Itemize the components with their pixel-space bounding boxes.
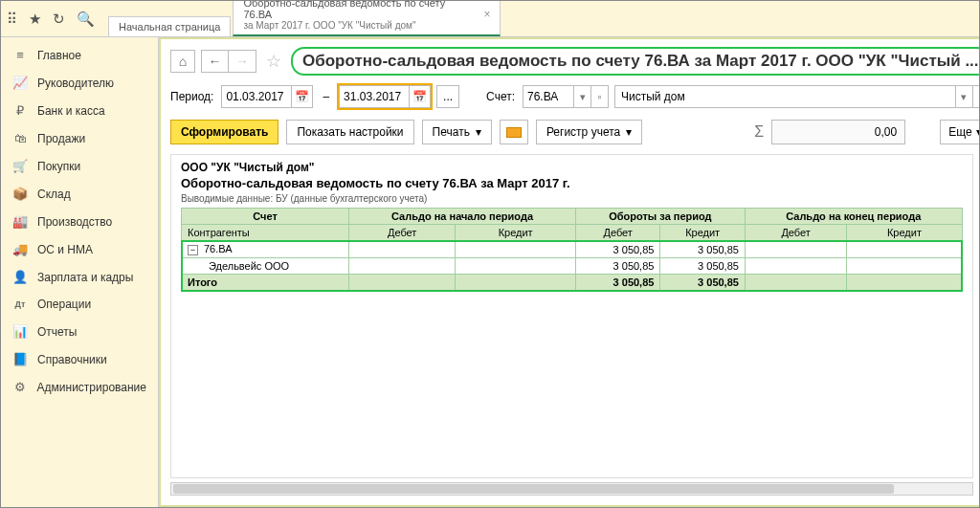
sidebar-item-salary[interactable]: 👤Зарплата и кадры: [1, 263, 158, 291]
person-icon: 👤: [12, 270, 28, 284]
book-icon: 📘: [12, 352, 28, 366]
sidebar-item-purchases[interactable]: 🛒Покупки: [1, 152, 158, 180]
sidebar-item-label: Продажи: [37, 132, 85, 145]
sidebar-item-production[interactable]: 🏭Производство: [1, 208, 158, 235]
title-bar: ⌂ ← → ☆ Оборотно-сальдовая ведомость по …: [161, 39, 980, 79]
chart-icon: 📈: [12, 76, 28, 90]
col-group-turn: Обороты за период: [575, 209, 745, 225]
period-label: Период:: [170, 90, 213, 103]
organization-input[interactable]: [615, 86, 955, 107]
apps-icon[interactable]: ⠿: [7, 11, 17, 28]
content-pane: ⌂ ← → ☆ Оборотно-сальдовая ведомость по …: [159, 37, 980, 507]
cell-label: Эдельвейс ООО: [209, 260, 289, 272]
table-row[interactable]: Эдельвейс ООО 3 050,85 3 050,85: [182, 258, 963, 275]
organization-field[interactable]: ▾ ▫: [614, 85, 980, 108]
gear-icon: ⚙: [12, 380, 28, 394]
sidebar-item-label: ОС и НМА: [37, 243, 93, 256]
cell-debit-turn: 3 050,85: [575, 258, 660, 275]
table-row[interactable]: −76.ВА 3 050,85 3 050,85: [182, 241, 963, 258]
sigma-icon: Σ: [754, 123, 764, 141]
favorite-icon[interactable]: ☆: [266, 51, 281, 72]
page-title: Оборотно-сальдовая ведомость по счету 76…: [291, 47, 980, 76]
dropdown-icon[interactable]: ▾: [955, 86, 972, 107]
calendar-icon[interactable]: 📅: [409, 86, 430, 107]
scroll-thumb[interactable]: [173, 484, 894, 494]
sidebar-item-label: Производство: [37, 215, 112, 229]
history-icon[interactable]: ↻: [53, 11, 65, 28]
sidebar-item-manager[interactable]: 📈Руководителю: [1, 69, 158, 97]
cell-debit-turn: 3 050,85: [575, 241, 660, 258]
sidebar-item-label: Склад: [37, 188, 71, 201]
table-total-row: Итого 3 050,85 3 050,85: [182, 275, 963, 291]
top-toolbar: ⠿ ★ ↻ 🔍 Начальная страница Оборотно-саль…: [1, 1, 979, 37]
toolbar-icon-group: ⠿ ★ ↻ 🔍: [7, 11, 95, 28]
dtkt-icon: Дт: [12, 299, 28, 309]
cell-credit-turn: 3 050,85: [660, 258, 746, 275]
col-debit-turn: Дебет: [575, 225, 660, 241]
tab-report[interactable]: Оборотно-сальдовая ведомость по счету 76…: [233, 0, 501, 36]
open-icon[interactable]: ▫: [972, 86, 980, 107]
date-to-input[interactable]: [340, 90, 409, 103]
report-title: Оборотно-сальдовая ведомость по счету 76…: [181, 176, 963, 190]
col-credit-turn: Кредит: [660, 225, 746, 241]
horizontal-scrollbar[interactable]: [170, 482, 973, 496]
sidebar: ≡Главное 📈Руководителю ₽Банк и касса 🛍Пр…: [1, 37, 159, 507]
period-picker-button[interactable]: ...: [436, 85, 459, 108]
home-button[interactable]: ⌂: [170, 50, 195, 73]
sidebar-item-catalogs[interactable]: 📘Справочники: [1, 345, 158, 373]
star-icon[interactable]: ★: [29, 11, 41, 28]
sidebar-item-admin[interactable]: ⚙Администрирование: [1, 373, 158, 401]
report-table: Счет Сальдо на начало периода Обороты за…: [181, 208, 963, 291]
back-button[interactable]: ←: [202, 51, 229, 72]
report-subtitle: Выводимые данные: БУ (данные бухгалтерск…: [181, 193, 963, 204]
dropdown-icon[interactable]: ▾: [573, 86, 590, 107]
menu-icon: ≡: [12, 48, 28, 62]
cell-total-credit: 3 050,85: [660, 275, 746, 291]
cell-credit-turn: 3 050,85: [660, 241, 746, 258]
sidebar-item-operations[interactable]: ДтОперации: [1, 291, 158, 318]
sidebar-item-label: Покупки: [37, 160, 80, 173]
calendar-icon[interactable]: 📅: [291, 86, 312, 107]
sidebar-item-warehouse[interactable]: 📦Склад: [1, 180, 158, 208]
account-field[interactable]: ▾ ▫: [523, 85, 609, 108]
sidebar-item-assets[interactable]: 🚚ОС и НМА: [1, 235, 158, 263]
date-from-input[interactable]: [222, 90, 291, 103]
search-icon[interactable]: 🔍: [77, 11, 95, 28]
sidebar-item-label: Справочники: [37, 353, 107, 366]
sidebar-item-reports[interactable]: 📊Отчеты: [1, 318, 158, 345]
form-button[interactable]: Сформировать: [170, 120, 278, 144]
account-label: Счет:: [486, 90, 515, 103]
sidebar-item-main[interactable]: ≡Главное: [1, 41, 158, 69]
tab-strip: Начальная страница Оборотно-сальдовая ве…: [108, 1, 502, 36]
tab-home-label: Начальная страница: [119, 21, 220, 33]
sidebar-item-sales[interactable]: 🛍Продажи: [1, 124, 158, 152]
print-button[interactable]: Печать▾: [422, 120, 492, 144]
date-from-field[interactable]: 📅: [221, 85, 313, 108]
register-button[interactable]: Регистр учета▾: [536, 120, 642, 144]
tab-home[interactable]: Начальная страница: [108, 16, 231, 36]
open-icon[interactable]: ▫: [590, 86, 608, 107]
bars-icon: 📊: [12, 324, 28, 339]
more-button[interactable]: Еще▾: [940, 120, 980, 144]
print-label: Печать: [433, 125, 470, 139]
sum-display: 0,00: [771, 120, 905, 144]
col-group-start: Сальдо на начало периода: [349, 209, 576, 225]
chevron-down-icon: ▾: [976, 125, 980, 139]
sidebar-item-label: Банк и касса: [37, 104, 105, 118]
forward-button[interactable]: →: [229, 51, 256, 72]
col-contragents: Контрагенты: [182, 225, 349, 241]
sidebar-item-bank[interactable]: ₽Банк и касса: [1, 97, 158, 124]
cell-label: 76.ВА: [204, 243, 233, 254]
account-input[interactable]: [523, 90, 573, 103]
collapse-icon[interactable]: −: [188, 245, 198, 255]
mail-button[interactable]: [500, 120, 528, 144]
cell-total-debit: 3 050,85: [575, 275, 660, 291]
chevron-down-icon: ▾: [626, 125, 632, 139]
col-debit-end: Дебет: [745, 225, 846, 241]
date-to-field[interactable]: 📅: [339, 85, 431, 108]
show-settings-button[interactable]: Показать настройки: [286, 120, 413, 144]
more-label: Еще: [948, 125, 971, 139]
action-row: Сформировать Показать настройки Печать▾ …: [161, 114, 980, 150]
close-icon[interactable]: ×: [483, 8, 490, 21]
col-credit-end: Кредит: [847, 225, 962, 241]
